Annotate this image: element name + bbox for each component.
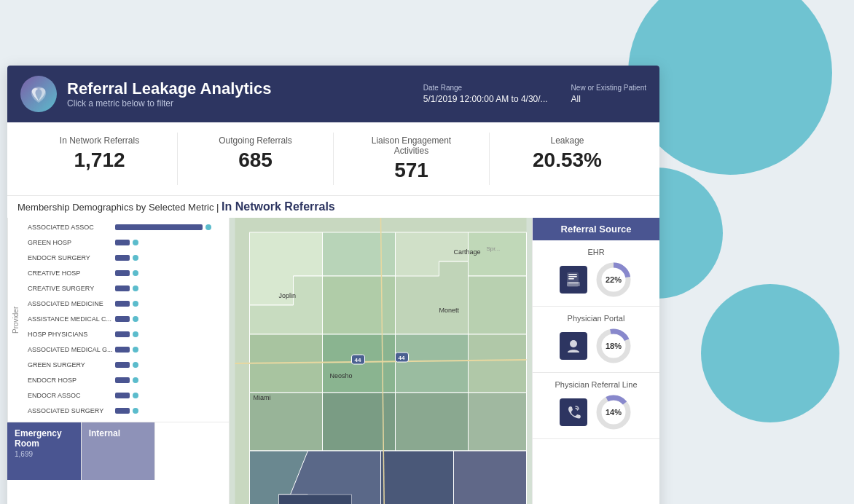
patient-filter[interactable]: New or Existing Patient All (571, 84, 646, 105)
metric-outgoing-value: 685 (187, 149, 324, 172)
provider-bar-wrap (115, 331, 224, 337)
svg-text:Spr...: Spr... (487, 245, 501, 252)
dashboard: Referral Leakage Analytics Click a metri… (7, 66, 659, 504)
provider-bar-wrap (115, 270, 224, 276)
emergency-room-value: 1,699 (15, 450, 74, 458)
provider-name: ASSOCIATED MEDICAL G... (28, 346, 115, 353)
provider-chart: Provider ASSOCIATED ASSOCGREEN HOSPENDOC… (7, 218, 229, 422)
metric-in-network-value: 1,712 (31, 149, 168, 172)
provider-bar-wrap (115, 240, 224, 245)
svg-marker-11 (396, 334, 469, 393)
emergency-room-label: Emergency Room (15, 428, 74, 449)
provider-bar-wrap (115, 316, 224, 322)
provider-name: ASSOCIATED SURGERY (28, 407, 115, 414)
provider-dot (133, 408, 138, 414)
provider-name: GREEN SURGERY (28, 361, 115, 369)
provider-bar (115, 255, 130, 261)
section-title-accent: In Network Referrals (222, 200, 335, 213)
svg-marker-16 (469, 393, 527, 451)
physician-referral-line-percent: 14% (606, 408, 622, 417)
map-area: Carthage Spr... Joplin Monett Miami Neos… (230, 218, 532, 504)
provider-name: CREATIVE SURGERY (28, 285, 115, 292)
provider-bar (115, 393, 130, 398)
svg-text:Miami: Miami (254, 394, 271, 401)
metric-leakage-value: 20.53% (498, 149, 636, 172)
metric-liaison[interactable]: Liaison EngagementActivities 571 (334, 133, 490, 185)
provider-name: ENDOCR ASSOC (28, 392, 115, 399)
date-range-value: 5/1/2019 12:00:00 AM to 4/30/... (423, 94, 548, 104)
svg-marker-21 (279, 495, 352, 504)
provider-row: GREEN HOSP (28, 236, 224, 249)
provider-bar-wrap (115, 408, 224, 414)
svg-marker-12 (469, 334, 527, 393)
provider-dot (133, 347, 138, 353)
dashboard-header: Referral Leakage Analytics Click a metri… (7, 66, 659, 122)
source-ehr-label: EHR (541, 248, 651, 256)
metric-leakage-label: Leakage (498, 135, 636, 146)
provider-dot (133, 316, 138, 322)
provider-dot (133, 331, 138, 337)
source-physician-portal[interactable]: Physician Portal 18% (533, 307, 659, 373)
source-ehr[interactable]: EHR (533, 240, 659, 307)
left-panel: Provider ASSOCIATED ASSOCGREEN HOSPENDOC… (7, 218, 230, 504)
metric-outgoing-label: Outgoing Referrals (187, 135, 324, 146)
content-area: Provider ASSOCIATED ASSOCGREEN HOSPENDOC… (7, 218, 659, 504)
provider-dot (133, 301, 138, 307)
provider-row: ASSOCIATED MEDICAL G... (28, 343, 224, 356)
internal-cell[interactable]: Internal (82, 422, 156, 480)
provider-row: CREATIVE HOSP (28, 267, 224, 280)
provider-row: ASSISTANCE MEDICAL C... (28, 312, 224, 326)
right-panel: Referral Source EHR (532, 218, 659, 504)
svg-marker-13 (250, 393, 323, 451)
metric-in-network-label: In Network Referrals (31, 135, 168, 146)
svg-text:Joplin: Joplin (279, 292, 297, 299)
emergency-room-cell[interactable]: Emergency Room 1,699 (7, 422, 82, 480)
provider-bar-wrap (115, 255, 224, 261)
provider-dot (133, 286, 138, 291)
provider-row: GREEN SURGERY (28, 358, 224, 371)
provider-bar-wrap (115, 286, 224, 291)
ehr-svg (565, 272, 581, 288)
provider-bar-wrap (115, 347, 224, 353)
provider-dot (205, 224, 211, 230)
physician-portal-icon (560, 332, 587, 360)
provider-bar (115, 270, 130, 276)
provider-dot (133, 393, 138, 398)
header-filters: Date Range 5/1/2019 12:00:00 AM to 4/30/… (423, 84, 646, 105)
metric-in-network[interactable]: In Network Referrals 1,712 (22, 133, 178, 185)
physician-referral-line-donut: 14% (595, 393, 632, 431)
provider-bar (115, 408, 130, 414)
source-ehr-content: 22% (541, 261, 651, 299)
provider-bar (115, 240, 130, 245)
provider-name: ENDOCR HOSP (28, 377, 115, 384)
provider-dot (133, 240, 138, 245)
section-title-prefix: Membership Demographics by Selected Metr… (17, 202, 222, 213)
provider-row: ASSOCIATED MEDICINE (28, 297, 224, 310)
provider-bar (115, 224, 203, 230)
provider-bar (115, 286, 130, 291)
physician-referral-line-icon (560, 398, 587, 426)
date-range-label: Date Range (423, 84, 548, 92)
metric-leakage[interactable]: Leakage 20.53% (490, 133, 645, 185)
metric-liaison-label: Liaison EngagementActivities (342, 135, 480, 156)
map-svg: Carthage Spr... Joplin Monett Miami Neos… (230, 218, 532, 504)
section-title-bar: Membership Demographics by Selected Metr… (7, 196, 659, 218)
provider-dot (133, 255, 138, 261)
physician-portal-content: 18% (541, 327, 651, 365)
metric-outgoing[interactable]: Outgoing Referrals 685 (178, 133, 334, 185)
ehr-donut: 22% (595, 261, 632, 299)
patient-value: All (571, 94, 581, 104)
provider-bar (115, 347, 130, 353)
referral-source-header: Referral Source (533, 218, 659, 240)
logo (20, 76, 57, 112)
provider-dot (133, 377, 138, 383)
header-title-block: Referral Leakage Analytics Click a metri… (67, 79, 423, 109)
source-physician-referral-line[interactable]: Physician Referral Line (533, 373, 659, 439)
svg-rect-38 (567, 282, 580, 286)
provider-row: HOSP PHYSICIANS (28, 328, 224, 341)
provider-row: ENDOCR SURGERY (28, 251, 224, 264)
date-range-filter[interactable]: Date Range 5/1/2019 12:00:00 AM to 4/30/… (423, 84, 548, 105)
svg-marker-8 (469, 276, 527, 334)
provider-bar-wrap (115, 377, 224, 383)
provider-name: HOSP PHYSICIANS (28, 331, 115, 338)
